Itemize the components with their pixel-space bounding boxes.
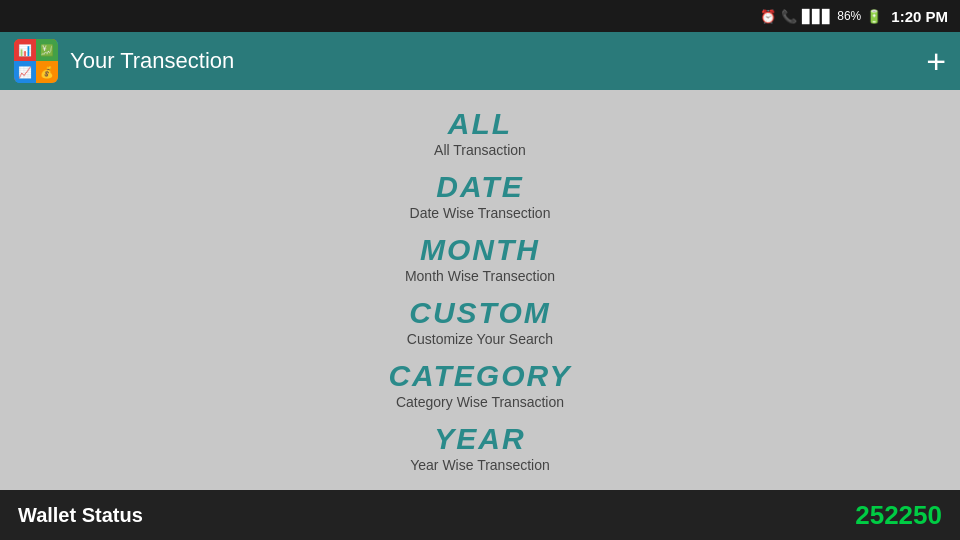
- icon-bl: 📈: [14, 61, 36, 83]
- menu-title-custom: CUSTOM: [409, 296, 550, 330]
- status-time: 1:20 PM: [891, 8, 948, 25]
- wallet-label: Wallet Status: [18, 504, 143, 527]
- menu-subtitle-category: Category Wise Transaction: [396, 394, 564, 410]
- icon-tl: 📊: [14, 39, 36, 61]
- menu-title-date: DATE: [436, 170, 523, 204]
- status-bar: ⏰ 📞 ▊▊▊ 86% 🔋 1:20 PM: [0, 0, 960, 32]
- bottom-bar: Wallet Status 252250: [0, 490, 960, 540]
- menu-item-all[interactable]: ALLAll Transaction: [0, 101, 960, 164]
- menu-item-year[interactable]: YEARYear Wise Transection: [0, 416, 960, 479]
- alarm-icon: ⏰: [760, 9, 776, 24]
- menu-subtitle-all: All Transaction: [434, 142, 526, 158]
- add-transaction-button[interactable]: +: [926, 44, 946, 78]
- menu-subtitle-month: Month Wise Transection: [405, 268, 555, 284]
- menu-title-all: ALL: [448, 107, 512, 141]
- signal-icon: ▊▊▊: [802, 9, 832, 24]
- menu-item-date[interactable]: DATEDate Wise Transection: [0, 164, 960, 227]
- app-header: 📊 💹 📈 💰 Your Transection +: [0, 32, 960, 90]
- menu-subtitle-custom: Customize Your Search: [407, 331, 553, 347]
- icon-tr: 💹: [36, 39, 58, 61]
- battery-icon: 🔋: [866, 9, 882, 24]
- menu-item-category[interactable]: CATEGORYCategory Wise Transaction: [0, 353, 960, 416]
- menu-title-year: YEAR: [434, 422, 525, 456]
- menu-subtitle-date: Date Wise Transection: [410, 205, 551, 221]
- header-left: 📊 💹 📈 💰 Your Transection: [14, 39, 234, 83]
- app-title: Your Transection: [70, 48, 234, 74]
- menu-subtitle-year: Year Wise Transection: [410, 457, 550, 473]
- main-content: ALLAll TransactionDATEDate Wise Transect…: [0, 90, 960, 490]
- battery-level: 86%: [837, 9, 861, 23]
- menu-title-month: MONTH: [420, 233, 540, 267]
- menu-item-month[interactable]: MONTHMonth Wise Transection: [0, 227, 960, 290]
- status-icons: ⏰ 📞 ▊▊▊ 86% 🔋 1:20 PM: [760, 8, 948, 25]
- phone-icon: 📞: [781, 9, 797, 24]
- icon-br: 💰: [36, 61, 58, 83]
- wallet-amount: 252250: [855, 500, 942, 531]
- menu-item-custom[interactable]: CUSTOMCustomize Your Search: [0, 290, 960, 353]
- menu-title-category: CATEGORY: [388, 359, 571, 393]
- app-icon: 📊 💹 📈 💰: [14, 39, 58, 83]
